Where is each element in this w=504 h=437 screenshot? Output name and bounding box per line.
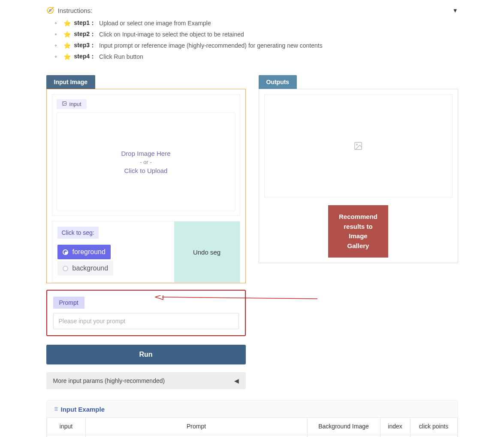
input-image-panel: input Drop Image Here - or - Click to Up…: [46, 89, 246, 283]
bullet-icon: [55, 45, 57, 46]
cell-bg-image: [307, 435, 380, 437]
more-params-label: More input params (highly-recommended): [53, 377, 165, 384]
step-label: step3：: [74, 42, 96, 49]
star-icon: ⭐: [63, 42, 71, 49]
radio-label: foreground: [72, 248, 106, 256]
table-row[interactable]: A young woman in short sleeves shows off…: [47, 435, 457, 437]
step-text: Upload or select one image from Example: [99, 20, 211, 27]
outputs-panel: Recommend results to Image Gallery: [259, 89, 458, 263]
input-image-tab[interactable]: Input Image: [46, 75, 96, 89]
example-header: Input Example: [47, 406, 458, 417]
radio-icon: [63, 249, 68, 255]
seg-label: Click to seg:: [57, 227, 99, 239]
input-badge: input: [57, 99, 87, 109]
prompt-input[interactable]: [53, 313, 239, 329]
example-section: Input Example input Prompt Background Im…: [46, 400, 458, 437]
more-params-toggle[interactable]: More input params (highly-recommended) ◀: [46, 372, 246, 389]
bullet-icon: [55, 22, 57, 24]
cell-input-thumb: [47, 435, 85, 437]
step-label: step1：: [74, 19, 96, 27]
prompt-panel: Prompt: [46, 290, 246, 336]
image-placeholder-icon: [353, 141, 363, 151]
cell-prompt: A young woman in short sleeves shows off…: [85, 435, 307, 437]
bullet-icon: [55, 56, 57, 58]
example-header-text: Input Example: [61, 406, 105, 413]
radio-label: background: [72, 264, 109, 272]
radio-background[interactable]: background: [57, 261, 114, 276]
click-upload-text: Click to Upload: [124, 167, 168, 174]
th-index: index: [380, 418, 410, 435]
undo-seg-button[interactable]: Undo seg: [174, 222, 240, 282]
steps-list: ⭐ step1： Upload or select one image from…: [46, 18, 458, 62]
star-icon: ⭐: [63, 53, 71, 60]
upload-area[interactable]: Drop Image Here - or - Click to Upload: [57, 112, 235, 211]
step-text: Input prompt or reference image (highly-…: [99, 42, 323, 49]
expand-icon: ◀: [234, 377, 239, 384]
radio-icon: [63, 266, 68, 271]
recommend-label: Recommend results to Image Gallery: [339, 213, 377, 249]
output-placeholder: [264, 94, 453, 197]
step-item: ⭐ step2： Click on Input-image to select …: [55, 29, 458, 40]
input-badge-text: input: [69, 101, 81, 107]
radio-foreground[interactable]: foreground: [57, 245, 111, 259]
step-item: ⭐ step4： Click Run button: [55, 51, 458, 62]
star-icon: ⭐: [63, 20, 71, 27]
recommend-button[interactable]: Recommend results to Image Gallery: [328, 205, 388, 258]
run-label: Run: [139, 351, 152, 358]
instructions-header[interactable]: 🧭 Instructions: ▼: [46, 6, 458, 14]
star-icon: ⭐: [63, 31, 71, 38]
th-bg-image: Background Image: [307, 418, 380, 435]
svg-point-1: [63, 103, 64, 103]
svg-point-3: [356, 144, 357, 145]
th-click-points: click points: [410, 418, 457, 435]
step-label: step4：: [74, 53, 96, 61]
collapse-icon[interactable]: ▼: [453, 7, 458, 14]
cell-click-points: [410, 435, 457, 437]
step-text: Click on Input-image to select the objec…: [99, 31, 244, 38]
th-input: input: [47, 418, 85, 435]
or-text: - or -: [140, 159, 151, 165]
bullet-icon: [55, 33, 57, 35]
step-item: ⭐ step1： Upload or select one image from…: [55, 18, 458, 29]
prompt-label: Prompt: [53, 297, 85, 309]
outputs-tab[interactable]: Outputs: [259, 75, 297, 89]
table-header-row: input Prompt Background Image index clic…: [47, 418, 457, 435]
list-icon: [53, 406, 58, 413]
instructions-label: Instructions:: [58, 7, 93, 14]
th-prompt: Prompt: [85, 418, 307, 435]
step-label: step2：: [74, 30, 96, 38]
step-item: ⭐ step3： Input prompt or reference image…: [55, 40, 458, 51]
step-text: Click Run button: [99, 53, 143, 60]
run-button[interactable]: Run: [46, 345, 246, 364]
image-icon: [62, 101, 67, 107]
drop-text: Drop Image Here: [121, 150, 170, 157]
undo-seg-label: Undo seg: [193, 249, 220, 256]
example-table: input Prompt Background Image index clic…: [47, 417, 458, 437]
cell-index: [380, 435, 410, 437]
clock-icon: 🧭: [46, 6, 54, 14]
